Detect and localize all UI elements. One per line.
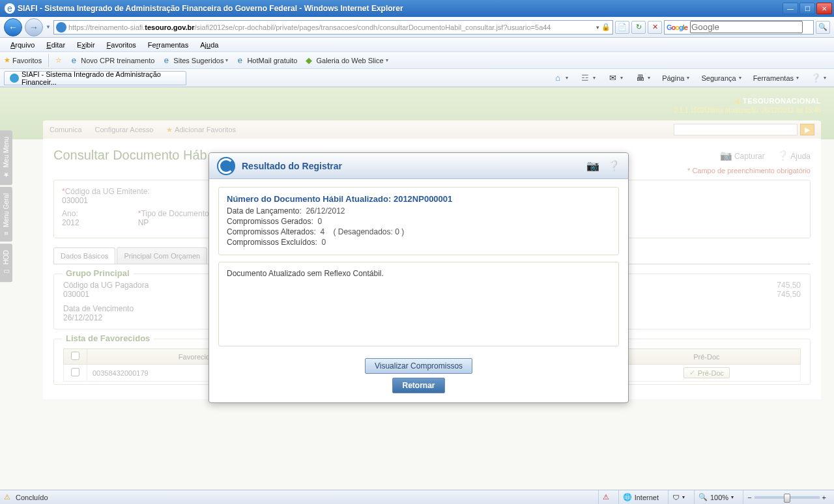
val-desagendados: ( Desagendados: 0 ) <box>333 227 404 236</box>
val-data-lanc: 26/12/2012 <box>306 206 345 216</box>
safety-menu[interactable]: Segurança▾ <box>697 73 745 83</box>
zoom-control[interactable]: 🔍100% ▾ <box>694 490 738 504</box>
menu-exibir[interactable]: Exibir <box>72 40 100 50</box>
refresh-button[interactable]: ↻ <box>631 21 646 34</box>
google-logo-icon: Google <box>667 23 687 31</box>
page-menu[interactable]: Página▾ <box>658 73 693 83</box>
url-text: https://treinamento-siafi.tesouro.gov.br… <box>68 23 594 31</box>
address-bar[interactable]: https://treinamento-siafi.tesouro.gov.br… <box>53 20 613 35</box>
browser-tab[interactable]: SIAFI - Sistema Integrado de Administraç… <box>4 71 186 85</box>
maximize-button[interactable]: ☐ <box>799 3 815 14</box>
separator <box>48 54 49 67</box>
site-identity-icon <box>56 22 66 33</box>
nav-toolbar: ← → ▼ https://treinamento-siafi.tesouro.… <box>0 17 834 38</box>
window-titlebar: e SIAFI - Sistema Integrado de Administr… <box>0 0 834 17</box>
menu-ferramentas[interactable]: Ferramentas <box>143 40 194 50</box>
forward-button[interactable]: → <box>25 18 43 36</box>
lbl-comp-alterados: Compromissos Alterados: <box>227 227 316 236</box>
search-bar[interactable]: Google <box>664 20 814 35</box>
message-text: Documento Atualizado sem Reflexo Contábi… <box>227 269 384 278</box>
zoom-slider[interactable]: −+ <box>743 490 830 504</box>
val-comp-excluidos: 0 <box>321 238 326 247</box>
mail-button[interactable]: ✉▾ <box>603 72 627 85</box>
help-menu[interactable]: ❔▾ <box>807 72 830 85</box>
val-comp-alterados: 4 <box>320 227 324 236</box>
lbl-comp-gerados: Compromissos Gerados: <box>227 217 313 226</box>
search-go-button[interactable]: 🔍 <box>816 21 830 34</box>
stop-button[interactable]: ✕ <box>648 21 662 34</box>
tools-menu[interactable]: Ferramentas▾ <box>749 73 803 83</box>
val-comp-gerados: 0 <box>317 217 322 226</box>
fav-hotmail[interactable]: eHotMail gratuito <box>235 55 297 66</box>
status-text: Concluído <box>16 494 48 501</box>
menu-arquivo[interactable]: Arquivo <box>5 40 40 50</box>
minimize-button[interactable]: — <box>783 3 798 14</box>
back-button[interactable]: ← <box>4 18 22 36</box>
search-input[interactable] <box>690 21 803 33</box>
lbl-comp-excluidos: Compromissos Excluídos: <box>227 238 317 247</box>
result-doc-title: Número do Documento Hábil Atualizado: 20… <box>227 194 611 204</box>
zone-indicator[interactable]: 🌐Internet <box>618 490 663 504</box>
print-button[interactable]: 🖶▾ <box>631 72 654 85</box>
menu-ajuda[interactable]: Ajuda <box>195 40 223 50</box>
window-title: SIAFI - Sistema Integrado de Administraç… <box>18 4 783 13</box>
fav-novo-cpr[interactable]: eNovo CPR treinamento <box>68 55 154 66</box>
home-button[interactable]: ⌂▾ <box>549 72 572 85</box>
result-box: Número do Documento Hábil Atualizado: 20… <box>218 187 619 255</box>
modal-resultado: Resultado do Registrar 📷 ❔ Número do Doc… <box>208 152 629 403</box>
modal-help-icon[interactable]: ❔ <box>607 160 620 172</box>
tab-title: SIAFI - Sistema Integrado de Administraç… <box>22 70 180 86</box>
modal-logo-icon <box>217 157 235 175</box>
feeds-button[interactable]: ☲▾ <box>576 72 599 85</box>
fav-webslice[interactable]: ◆Galeria do Web Slice ▾ <box>304 55 388 66</box>
fav-sites-sugeridos[interactable]: eSites Sugeridos ▾ <box>161 55 228 66</box>
menu-bar: Arquivo Editar Exibir Favoritos Ferramen… <box>0 38 834 52</box>
recent-pages-dropdown[interactable]: ▼ <box>46 24 51 30</box>
visualizar-compromissos-button[interactable]: Visualizar Compromissos <box>365 358 472 374</box>
protected-mode-button[interactable]: 🛡▾ <box>668 490 689 504</box>
status-bar: ⚠ Concluído ⚠ 🌐Internet 🛡▾ 🔍100% ▾ −+ <box>0 490 834 504</box>
compat-view-button[interactable]: 📄 <box>615 21 629 34</box>
command-bar: SIAFI - Sistema Integrado de Administraç… <box>0 69 834 87</box>
tab-favicon-icon <box>10 74 19 83</box>
fav-add-button[interactable]: ☆ <box>55 56 62 64</box>
modal-title: Resultado do Registrar <box>242 161 579 171</box>
message-box: Documento Atualizado sem Reflexo Contábi… <box>218 262 619 346</box>
modal-header: Resultado do Registrar 📷 ❔ <box>209 153 628 179</box>
favorites-bar: ★Favoritos ☆ eNovo CPR treinamento eSite… <box>0 52 834 69</box>
modal-camera-icon[interactable]: 📷 <box>586 160 599 172</box>
address-dropdown-icon[interactable]: ▾ <box>594 24 601 31</box>
ssl-lock-icon[interactable]: 🔒 <box>601 23 611 31</box>
retornar-button[interactable]: Retornar <box>392 378 444 393</box>
menu-favoritos[interactable]: Favoritos <box>102 40 141 50</box>
favorites-button[interactable]: ★Favoritos <box>4 56 42 64</box>
warning-icon[interactable]: ⚠ <box>4 493 10 501</box>
ie-icon: e <box>5 3 15 14</box>
close-button[interactable]: ✕ <box>816 3 832 14</box>
lbl-data-lanc: Data de Lançamento: <box>227 206 302 216</box>
menu-editar[interactable]: Editar <box>41 40 70 50</box>
popup-blocked-button[interactable]: ⚠ <box>598 490 613 504</box>
